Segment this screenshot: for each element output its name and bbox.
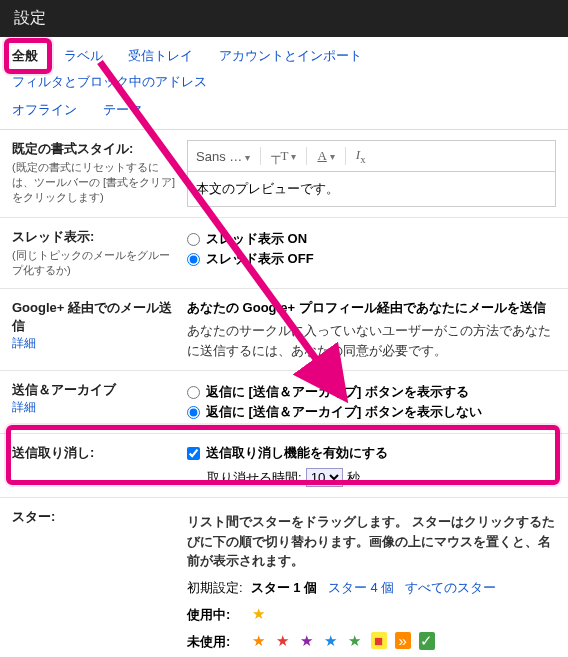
tab-general[interactable]: 全般 [10,43,40,69]
star-icon[interactable]: ■ [371,632,387,649]
star-icon[interactable]: ★ [299,632,315,650]
gplus-detail-link[interactable]: 詳細 [12,336,36,350]
fontsize-dropdown[interactable]: ┬T [271,148,296,164]
tab-inbox[interactable]: 受信トレイ [126,43,195,69]
stars-inuse-label: 使用中: [187,606,247,624]
separator [306,147,307,165]
star-icon[interactable]: ★ [251,605,267,623]
stars-title: スター: [12,508,177,526]
clear-format-button[interactable]: Ix [356,147,366,165]
stars-preset-all-link[interactable]: すべてのスター [405,580,496,595]
undo-time-unit: 秒 [347,469,360,487]
row-archive: 送信＆アーカイブ 詳細 返信に [送信＆アーカイブ] ボタンを表示する 返信に … [0,371,568,434]
undo-enable-checkbox[interactable] [187,447,200,460]
row-stars: スター: リスト間でスターをドラッグします。 スターはクリックするたびに下の順で… [0,498,568,657]
archive-show-option[interactable]: 返信に [送信＆アーカイブ] ボタンを表示する [187,383,556,401]
settings-tabs: 全般 ラベル 受信トレイ アカウントとインポート フィルタとブロック中のアドレス… [0,37,568,130]
format-sub: (既定の書式にリセットするには、ツールバーの [書式をクリア] をクリックします… [12,160,177,205]
stars-preset-1: スター 1 個 [251,580,317,595]
stars-preset-4-link[interactable]: スター 4 個 [328,580,394,595]
undo-time-select[interactable]: 10 [306,468,343,487]
settings-header: 設定 [0,0,568,37]
archive-detail-link[interactable]: 詳細 [12,400,36,414]
stars-inuse-list[interactable]: ★ [251,607,275,622]
format-title: 既定の書式スタイル: [12,140,177,158]
format-preview: 本文のプレビューです。 [187,171,556,207]
format-toolbar: Sans … ┬T A Ix [187,140,556,171]
archive-hide-radio[interactable] [187,406,200,419]
row-undo-send: 送信取り消し: 送信取り消し機能を有効にする 取り消せる時間: 10 秒 [0,434,568,498]
stars-unused-label: 未使用: [187,633,247,651]
undo-time-label: 取り消せる時間: [207,469,302,487]
thread-on-option[interactable]: スレッド表示 ON [187,230,556,248]
thread-on-radio[interactable] [187,233,200,246]
settings-content: 既定の書式スタイル: (既定の書式にリセットするには、ツールバーの [書式をクリ… [0,130,568,657]
stars-unused-list[interactable]: ★★★★★■»✓ [251,634,443,649]
archive-title: 送信＆アーカイブ [12,381,177,399]
chevron-down-icon [288,148,296,163]
star-icon[interactable]: ★ [323,632,339,650]
tab-filters[interactable]: フィルタとブロック中のアドレス [10,69,209,95]
font-dropdown[interactable]: Sans … [196,149,250,164]
archive-show-radio[interactable] [187,386,200,399]
row-thread: スレッド表示: (同じトピックのメールをグループ化するか) スレッド表示 ON … [0,218,568,289]
star-icon[interactable]: ★ [251,632,267,650]
star-icon[interactable]: ★ [347,632,363,650]
separator [345,147,346,165]
gplus-line2: あなたのサークルに入っていないユーザーがこの方法であなたに送信するには、あなたの… [187,321,556,360]
tab-accounts[interactable]: アカウントとインポート [217,43,364,69]
thread-off-option[interactable]: スレッド表示 OFF [187,250,556,268]
page-title: 設定 [14,9,46,26]
archive-hide-option[interactable]: 返信に [送信＆アーカイブ] ボタンを表示しない [187,403,556,421]
row-format: 既定の書式スタイル: (既定の書式にリセットするには、ツールバーの [書式をクリ… [0,130,568,218]
stars-preset-label: 初期設定: [187,579,247,597]
tab-labels[interactable]: ラベル [62,43,105,69]
chevron-down-icon [242,149,250,164]
thread-sub: (同じトピックのメールをグループ化するか) [12,248,177,278]
star-icon[interactable]: ✓ [419,632,435,650]
thread-off-radio[interactable] [187,253,200,266]
gplus-title: Google+ 経由でのメール送信 [12,299,177,335]
star-icon[interactable]: ★ [275,632,291,650]
undo-title: 送信取り消し: [12,444,177,462]
gplus-line1: あなたの Google+ プロフィール経由であなたにメールを送信 [187,299,556,317]
separator [260,147,261,165]
tab-offline[interactable]: オフライン [10,97,79,123]
undo-enable-label: 送信取り消し機能を有効にする [206,444,388,462]
stars-desc: リスト間でスターをドラッグします。 スターはクリックするたびに下の順で切り替わり… [187,514,555,568]
tab-themes[interactable]: テーマ [101,97,144,123]
row-gplus: Google+ 経由でのメール送信 詳細 あなたの Google+ プロフィール… [0,289,568,371]
chevron-down-icon [327,148,335,163]
star-icon[interactable]: » [395,632,411,649]
thread-title: スレッド表示: [12,228,177,246]
textcolor-dropdown[interactable]: A [317,148,334,164]
